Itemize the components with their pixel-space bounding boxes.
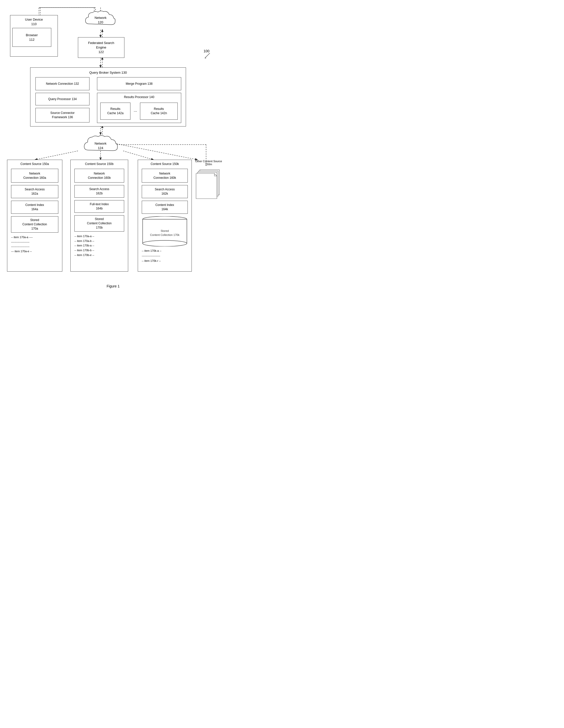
network-120-cloud: Network120 (83, 10, 118, 30)
results-processor-title: Results Processor 140 (97, 94, 181, 100)
content-source-150k-title: Content Source 150k (138, 161, 192, 167)
search-access-162k-label: Search Access162k (155, 187, 175, 196)
network-124-cloud: Network124 (82, 135, 119, 157)
nc-160a-label: NetworkConnection 160a (23, 172, 46, 180)
search-access-162a-box: Search Access162a (11, 185, 58, 198)
source-connector-136-label: Source ConnectorFramework 136 (50, 111, 75, 119)
nc-160a-box: NetworkConnection 160a (11, 169, 58, 183)
nc-160b-label: NetworkConnection 160b (88, 172, 111, 180)
svg-line-13 (35, 151, 78, 160)
content-index-164a-label: Content Index164a (25, 203, 44, 211)
network-120-label: Network120 (95, 16, 107, 25)
fulltext-index-164b-label: Full-text Index164b (90, 202, 109, 211)
results-cache-142a-box: ResultsCache 142a (100, 103, 131, 120)
content-index-164k-box: Content Index164k (142, 201, 188, 214)
nc-160k-label: NetworkConnection 160k (153, 172, 176, 180)
query-processor-134-label: Query Processor 134 (48, 97, 77, 101)
svg-text:Stored: Stored (161, 229, 169, 232)
nc-160b-box: NetworkConnection 160b (74, 169, 124, 183)
items-170b: -- item 170a-a -- -- item 170a-b -- -- i… (74, 234, 124, 257)
content-source-150a-title: Content Source 150a (7, 161, 62, 167)
results-processor-outer-box: Results Processor 140 ResultsCache 142a … (97, 93, 181, 123)
cylinder-170k: Stored Content Collection 170k (142, 216, 188, 246)
stored-content-170a-label: StoredContent Collection170a (22, 218, 47, 231)
svg-line-19 (205, 53, 210, 58)
content-index-164k-label: Content Index164k (155, 203, 174, 211)
content-source-150b-box: Content Source 150b NetworkConnection 16… (70, 160, 128, 272)
merge-program-138-label: Merge Program 138 (126, 82, 153, 86)
query-broker-title: Query Broker System 130 (30, 70, 186, 75)
results-cache-142n-box: ResultsCache 142n (140, 103, 178, 120)
network-124-label: Network124 (95, 141, 107, 150)
browser-box: Browser112 (12, 28, 51, 47)
other-content-150m-label: Other Content Source 150m (195, 160, 223, 166)
search-access-162b-label: Search Access162b (89, 187, 109, 196)
merge-program-138-box: Merge Program 138 (97, 77, 181, 90)
ellipsis: ... (134, 108, 137, 113)
items-170k: -- item 170k-a -- -------------------- -… (142, 248, 188, 263)
results-cache-142n-label: ResultsCache 142n (151, 107, 167, 115)
content-index-164a-box: Content Index164a (11, 201, 58, 214)
results-cache-142a-label: ResultsCache 142a (107, 107, 124, 115)
diagram: 100 User Device110 Browser112 Network120… (0, 0, 226, 282)
user-device-box: User Device110 Browser112 (10, 15, 58, 57)
stored-content-170a-box: StoredContent Collection170a (11, 216, 58, 233)
svg-point-23 (143, 240, 187, 246)
other-content-source-150m: Other Content Source 150m (195, 160, 223, 201)
query-broker-outer-box: Query Broker System 130 Network Connecti… (30, 67, 186, 126)
stored-content-170b-box: StoredContent Collection170b (74, 215, 124, 232)
search-access-162b-box: Search Access162b (74, 185, 124, 198)
svg-line-15 (123, 151, 153, 160)
content-source-150a-box: Content Source 150a NetworkConnection 16… (7, 160, 62, 272)
federated-search-box: Federated SearchEngine122 (78, 37, 124, 58)
nc-160k-box: NetworkConnection 160k (142, 169, 188, 183)
search-access-162k-box: Search Access162k (142, 185, 188, 198)
source-connector-136-box: Source ConnectorFramework 136 (35, 108, 90, 122)
fulltext-index-164b-box: Full-text Index164b (74, 200, 124, 213)
network-connection-132-box: Network Connection 132 (35, 77, 90, 90)
items-170a: -- item 170a-a ---- --------------------… (11, 235, 58, 254)
svg-text:Content Collection 170k: Content Collection 170k (150, 233, 180, 236)
federated-search-label: Federated SearchEngine122 (88, 41, 114, 55)
ref-number: 100 (204, 49, 211, 59)
query-processor-134-box: Query Processor 134 (35, 93, 90, 105)
search-access-162a-label: Search Access162a (25, 187, 45, 196)
content-source-150b-title: Content Source 150b (71, 161, 128, 167)
svg-line-18 (114, 143, 197, 160)
browser-label: Browser112 (26, 33, 38, 42)
content-source-150k-box: Content Source 150k NetworkConnection 16… (138, 160, 192, 272)
figure-label: Figure 1 (0, 284, 226, 288)
network-connection-132-label: Network Connection 132 (46, 82, 79, 86)
user-device-label: User Device110 (12, 17, 56, 26)
stored-content-170b-label: StoredContent Collection170b (87, 217, 112, 230)
